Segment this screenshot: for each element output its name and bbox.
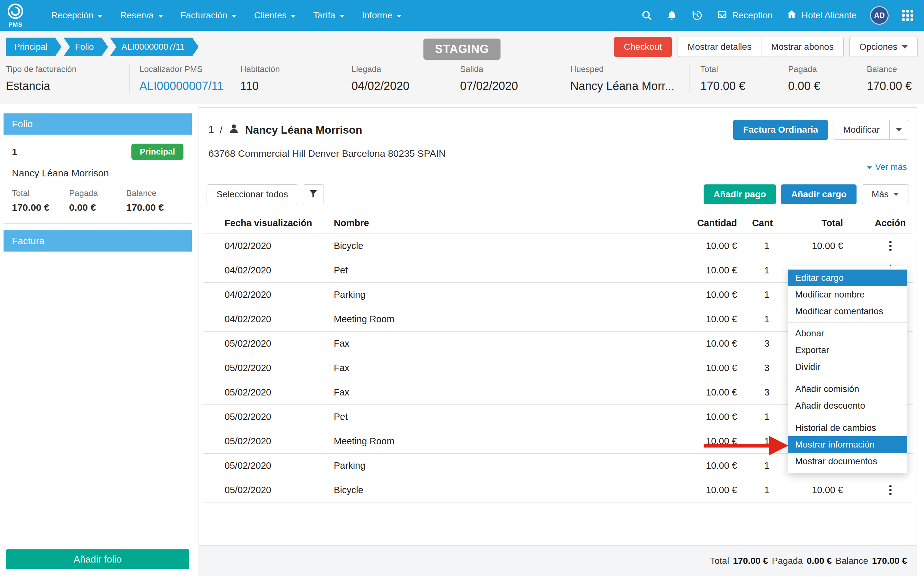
footer-balance-value: 170.00 € [872, 556, 907, 566]
menu-item-dividir[interactable]: Dividir [788, 359, 907, 375]
table-header-row: Fecha visualización Nombre Cantidad Cant… [203, 213, 913, 234]
col-header-fecha: Fecha visualización [203, 218, 334, 229]
principal-badge: Principal [131, 143, 184, 160]
folio-guest-name: Nancy Léana Morrison [12, 168, 184, 179]
top-navbar: PMS RecepciónReservaFacturaciónClientesT… [0, 0, 924, 31]
info-field-balance: Balance170.00 € [867, 64, 924, 93]
folio-list-item[interactable]: 1 Principal Nancy Léana Morrison Total17… [3, 135, 192, 224]
table-row: 04/02/2020Bicycle10.00 €110.00 € [203, 234, 913, 258]
folio-section-header[interactable]: Folio [3, 113, 192, 135]
nav-menu-informe[interactable]: Informe [353, 0, 410, 31]
footer-pagada-label: Pagada [772, 556, 803, 566]
chevron-down-icon [340, 15, 345, 18]
menu-item-anadir-comision[interactable]: Añadir comisión [788, 381, 907, 397]
breadcrumb-item-folio[interactable]: Folio [64, 37, 108, 56]
totals-footer: Total 170.00 € Pagada 0.00 € Balance 170… [199, 545, 917, 576]
filter-button[interactable] [303, 184, 324, 204]
search-icon[interactable] [641, 10, 652, 21]
chevron-down-icon [902, 45, 908, 48]
row-actions-kebab-icon[interactable] [887, 483, 893, 497]
charges-toolbar: Seleccionar todos Añadir pago Añadir car… [199, 172, 917, 204]
modificar-button[interactable]: Modificar [833, 120, 890, 140]
breadcrumb: PrincipalFolioALI00000007/11 [6, 37, 198, 56]
reception-link[interactable]: Reception [717, 9, 773, 22]
nav-menu-tarifa[interactable]: Tarifa [304, 0, 353, 31]
breadcrumb-item-principal[interactable]: Principal [6, 37, 62, 56]
row-actions-kebab-icon[interactable] [887, 239, 893, 253]
nav-menu-clientes[interactable]: Clientes [245, 0, 304, 31]
modificar-dropdown-toggle[interactable] [890, 120, 908, 140]
history-icon[interactable] [691, 9, 703, 21]
reservation-info: Tipo de facturaciónEstanciaLocalizador P… [0, 56, 924, 93]
menu-item-abonar[interactable]: Abonar [788, 325, 907, 342]
menu-item-mostrar-informacion[interactable]: Mostrar información [788, 436, 907, 453]
menu-divider [788, 322, 907, 322]
navbar-right: Reception Hotel Alicante AD [641, 6, 913, 25]
nav-menu-facturacion[interactable]: Facturación [172, 0, 245, 31]
chevron-down-icon [396, 15, 402, 18]
page-header: PrincipalFolioALI00000007/11 STAGING Che… [0, 31, 924, 103]
footer-balance-label: Balance [835, 556, 868, 566]
tray-icon [717, 9, 728, 22]
menu-item-exportar[interactable]: Exportar [788, 342, 907, 359]
header-actions: Checkout Mostrar detalles Mostrar abonos… [614, 37, 918, 57]
opciones-button[interactable]: Opciones [850, 37, 918, 57]
avatar[interactable]: AD [870, 6, 889, 25]
menu-item-editar-cargo[interactable]: Editar cargo [788, 269, 907, 286]
hotel-link[interactable]: Hotel Alicante [786, 9, 856, 22]
col-header-accion: Acción [868, 218, 913, 229]
nav-menu-reserva[interactable]: Reserva [111, 0, 172, 31]
factura-section-header[interactable]: Factura [3, 230, 192, 251]
guest-separator: / [220, 124, 223, 135]
nav-menu-recepcion[interactable]: Recepción [42, 0, 111, 31]
context-menu: Editar cargoModificar nombreModificar co… [788, 266, 907, 473]
info-field-habitacion: Habitación110 [240, 64, 351, 93]
app-logo[interactable]: PMS [7, 3, 24, 28]
pms-logo-icon [7, 3, 24, 21]
info-field-localizador-pms: Localizador PMSALI00000007/11 [129, 64, 240, 93]
add-folio-button[interactable]: Añadir folio [6, 550, 189, 569]
menu-item-modificar-nombre[interactable]: Modificar nombre [788, 286, 907, 303]
col-header-total: Total [797, 218, 868, 229]
home-icon [786, 9, 797, 22]
localizador-pms-link[interactable]: ALI00000007/11 [139, 79, 237, 93]
chevron-down-icon [291, 15, 296, 18]
info-field-pagada: Pagada0.00 € [788, 64, 867, 93]
chevron-down-icon [232, 15, 237, 18]
folio-total-balance: Balance170.00 € [126, 188, 184, 213]
menu-item-modificar-comentarios[interactable]: Modificar comentarios [788, 303, 907, 320]
modificar-split-button: Modificar [833, 120, 908, 140]
mostrar-detalles-button[interactable]: Mostrar detalles [678, 37, 761, 57]
anadir-pago-button[interactable]: Añadir pago [703, 184, 776, 204]
folio-total-total: Total170.00 € [12, 188, 69, 213]
mostrar-abonos-button[interactable]: Mostrar abonos [761, 37, 844, 57]
mas-button[interactable]: Más [862, 184, 909, 204]
chevron-down-icon [98, 15, 103, 18]
seleccionar-todos-button[interactable]: Seleccionar todos [206, 184, 298, 204]
anadir-cargo-button[interactable]: Añadir cargo [781, 184, 856, 204]
hotel-label: Hotel Alicante [802, 10, 856, 21]
factura-ordinaria-button[interactable]: Factura Ordinaria [733, 120, 828, 140]
staging-badge: STAGING [423, 39, 501, 60]
guest-name: Nancy Léana Morrison [245, 124, 362, 136]
info-field-tipo-de-facturacion: Tipo de facturaciónEstancia [6, 64, 129, 93]
info-field-llegada: Llegada04/02/2020 [351, 64, 460, 93]
menu-item-anadir-descuento[interactable]: Añadir descuento [788, 397, 907, 414]
breadcrumb-row: PrincipalFolioALI00000007/11 STAGING Che… [0, 31, 924, 56]
menu-item-historial-de-cambios[interactable]: Historial de cambios [788, 419, 907, 436]
logo-label: PMS [8, 21, 23, 28]
guest-address: 63768 Commercial Hill Denver Barcelona 8… [199, 140, 917, 159]
menu-item-mostrar-documentos[interactable]: Mostrar documentos [788, 453, 907, 470]
ver-mas-link[interactable]: Ver más [867, 162, 907, 172]
checkout-button[interactable]: Checkout [614, 37, 672, 57]
chevron-down-icon [896, 128, 902, 131]
info-field-total: Total170.00 € [689, 64, 788, 93]
breadcrumb-item-ali00000007-11[interactable]: ALI00000007/11 [110, 37, 198, 56]
footer-total-label: Total [710, 556, 729, 566]
folio-total-pagada: Pagada0.00 € [69, 188, 126, 213]
col-header-nombre: Nombre [334, 218, 675, 229]
notifications-bell-icon[interactable] [666, 10, 678, 21]
apps-grid-icon[interactable] [902, 10, 913, 21]
chevron-down-icon [158, 15, 163, 18]
annotation-arrow-tail [703, 444, 770, 448]
